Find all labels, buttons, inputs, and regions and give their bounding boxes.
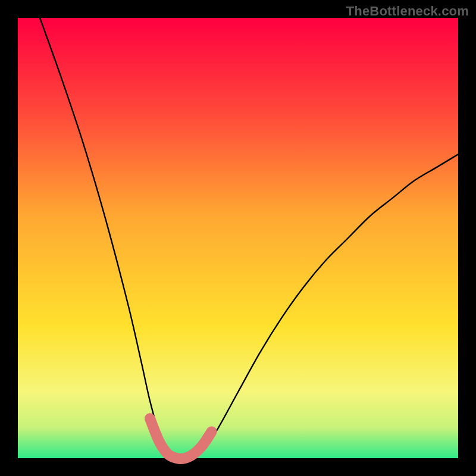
watermark-text: TheBottleneck.com	[346, 4, 469, 19]
chart-stage: TheBottleneck.com	[0, 0, 476, 476]
bottleneck-plot	[0, 0, 476, 476]
